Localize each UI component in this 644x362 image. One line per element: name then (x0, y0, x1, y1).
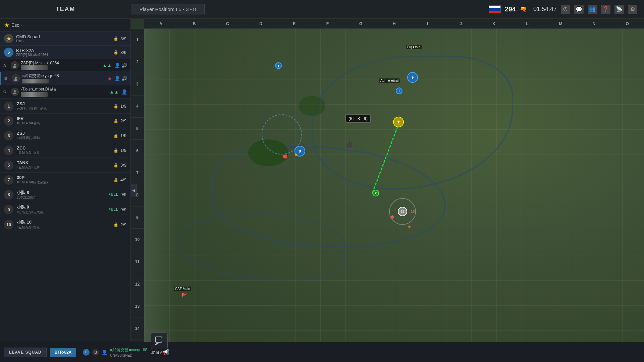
enemy-marker-1: ⬟ (283, 153, 287, 160)
player-name-c: -T.c-sn1mper.D猫猫 (21, 86, 109, 92)
squad-right-5: 🔒 3/9 (113, 163, 126, 168)
col-a: A (144, 21, 177, 26)
squad-row-10[interactable]: 10 小队 10 =E.M.A.N=对三 🔒 2/9 (0, 217, 130, 232)
squad-name-2: IFV (17, 116, 113, 121)
squad-right-7: 🔒 4/9 (113, 177, 126, 182)
squad-row-2[interactable]: 2 IFV =E.M.A.N=暮尚 🔒 2/9 (0, 114, 130, 128)
row-5: 5 (131, 118, 144, 140)
squad-info-4: ZCC =E.M.A.N=火良 (17, 145, 113, 155)
player-avatar-b (12, 74, 20, 82)
bottom-bar: LEAVE SQUAD BTR-82A 6 B 👤 =武装交警=xycqr_68… (0, 342, 644, 362)
settings-icon[interactable]: ⚙ (628, 5, 637, 14)
bottom-player-name: =武装交警=xycqr_68 (110, 347, 147, 353)
left-team-panel: ★ Esc › ★ CMD Squad Esc › 🔒 3/9 6 BTR-82… (0, 19, 131, 342)
col-c: C (211, 21, 244, 26)
squad-row-9[interactable]: 9 小队 9 =O.W.L.S=元气惹 FULL 9/9 (0, 202, 130, 217)
chat-button[interactable]: CHAT (151, 333, 168, 355)
squad-sub-8: 2040213864 (17, 196, 108, 199)
squad-row-8[interactable]: 8 小队 8 2040213864 FULL 9/9 (0, 187, 130, 202)
squad-sub-5: =E.M.A.N=无常 (17, 165, 113, 170)
help-icon[interactable]: ❓ (601, 5, 610, 14)
row-14: 14 (131, 317, 144, 340)
squad-row-5[interactable]: 5 TANK =E.M.A.N=无常 🔒 3/9 (0, 158, 130, 173)
team-title: TEAM (0, 6, 131, 13)
rank-icon-c: ▲▲ (109, 89, 119, 95)
esc-arrow-icon: › (20, 23, 21, 27)
flag-icon (489, 5, 501, 13)
map-container[interactable]: A B C D E F G H I J K L M N O 1 2 3 4 5 … (131, 19, 644, 362)
player-icons-a: ▲▲ 👤 🔊 (102, 63, 127, 68)
lock-icon-7: 🔒 (113, 178, 118, 182)
col-b: B (177, 21, 211, 26)
col-l: L (511, 21, 544, 26)
count-9: 9/9 (120, 207, 126, 212)
player-voice-icon-a[interactable]: 👤 (114, 63, 120, 68)
player-info-a: ZSR[P]-Misaka10364 (21, 61, 102, 70)
fujiutain-label: Fuj★tain (406, 45, 422, 49)
count-7: 4/9 (120, 177, 126, 182)
bottom-badge-b: B (92, 349, 99, 356)
squad-right-4: 🔒 1/9 (113, 148, 126, 153)
leave-squad-button[interactable]: LEAVE SQUAD (4, 348, 47, 357)
squad-row-1[interactable]: 1 ZSJ 开发机（摆树）的鼠 🔒 1/9 (0, 99, 130, 114)
svg-point-3 (14, 79, 17, 81)
cmd-squad-header[interactable]: ★ CMD Squad Esc › 🔒 3/9 (0, 32, 130, 45)
btr-squad-name: BTR-82A (16, 48, 113, 53)
clock-icon[interactable]: ⏱ (561, 5, 570, 14)
squad-right-1: 🔒 1/9 (113, 104, 126, 109)
chat-bubble-icon (151, 333, 168, 349)
top-bar: TEAM Player Position: L5 - 3 - 8 294 🔫 0… (0, 0, 644, 19)
weapon-img-c (21, 92, 48, 97)
lock-icon-5: 🔒 (113, 163, 118, 168)
player-voice-icon-c[interactable]: 👤 (121, 89, 127, 95)
squad-row-3[interactable]: 3 ZSJ =叫我藕筋=lllliu 🔒 1/9 (0, 128, 130, 143)
col-e: E (277, 21, 311, 26)
btr-squad-header[interactable]: 6 BTR-82A ZSR[P]-Misaka10364 🔒 3/9 (0, 46, 130, 59)
squad-row-4[interactable]: 4 ZCC =E.M.A.N=火良 🔒 1/9 (0, 143, 130, 158)
player-avatar-a (11, 61, 19, 69)
lock-icon-4: 🔒 (113, 148, 118, 153)
count-1: 1/9 (120, 104, 126, 109)
squad-info-8: 小队 8 2040213864 (17, 190, 108, 199)
squad-sub-4: =E.M.A.N=火良 (17, 150, 113, 155)
fujiutain-text: Fuj★tain (407, 45, 420, 49)
enemy-marker-2: ◆ (294, 152, 298, 157)
caf-main-label: CAF Main (174, 287, 191, 291)
admiral-label-text: Adm★★iiral (380, 79, 398, 82)
marker-blue-top: ● (275, 62, 282, 69)
player-row-a: A ZSR[P]-Misaka10364 ▲▲ 👤 🔊 (0, 59, 130, 72)
map-canvas[interactable]: (I6 - 8 - 9) Adm★★iiral CAF Main 🚩 Fuj★t… (144, 29, 644, 362)
row-4: 4 (131, 96, 144, 118)
cluster-bottom-right: 11 (398, 207, 407, 216)
lock-icon-2: 🔒 (113, 119, 118, 123)
weapon-img-a (21, 65, 48, 70)
lock-icon-10: 🔒 (113, 222, 118, 227)
player-icons-c: ▲▲ 👤 (109, 89, 127, 95)
player-slot-c: C (3, 90, 9, 94)
svg-point-4 (14, 90, 16, 92)
cmd-squad-name: CMD Squad (16, 34, 113, 39)
squad-num-4: 4 (4, 146, 13, 155)
player-mute-icon-a[interactable]: 🔊 (121, 63, 127, 68)
cluster-blue-topright: 9 (407, 72, 418, 83)
chat-icon[interactable]: 💬 (574, 5, 584, 14)
row-10: 10 (131, 229, 144, 251)
col-n: N (577, 21, 610, 26)
cmd-lock-icon: 🔒 (113, 36, 118, 41)
count-8: 9/9 (120, 192, 126, 197)
map-collapse-arrow[interactable]: ◀ (131, 184, 137, 197)
player-mute-icon-b[interactable]: 🔊 (121, 76, 127, 81)
esc-header[interactable]: ★ Esc › (0, 19, 130, 32)
lock-icon-1: 🔒 (113, 104, 118, 109)
btr-squad-num-badge: 6 (4, 48, 13, 57)
player-position-display: Player Position: L5 - 3 - 8 (131, 4, 205, 14)
btr-lock-icon: 🔒 (113, 50, 118, 55)
row-13: 13 (131, 295, 144, 317)
players-icon[interactable]: 👥 (588, 5, 597, 14)
squad-right-2: 🔒 2/9 (113, 118, 126, 123)
player-voice-icon-b[interactable]: 👤 (114, 76, 120, 81)
squad-row-7[interactable]: 7 30P =E.M.A.N=陪侬余温♥ 🔒 4/9 (0, 173, 130, 187)
radio-icon[interactable]: 📡 (614, 5, 624, 14)
squad-num-7: 7 (4, 175, 13, 185)
squad-info-1: ZSJ 开发机（摆树）的鼠 (17, 101, 113, 111)
